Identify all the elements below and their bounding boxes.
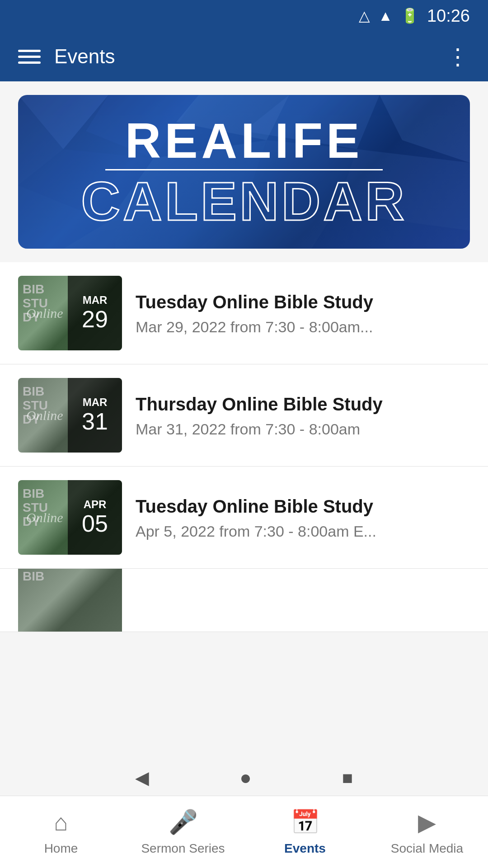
bottom-navigation: ⌂ Home 🎤 Sermon Series 📅 Events ▶ Social… xyxy=(0,796,488,868)
nav-label-events: Events xyxy=(284,841,326,856)
event-date-2: Mar 31, 2022 from 7:30 - 8:00am xyxy=(136,420,470,438)
thumb-day-1: 29 xyxy=(82,307,108,332)
system-navigation-bar: ◀ ● ■ xyxy=(0,760,488,796)
event-item-1[interactable]: BIBSTUDY Online MAR 29 Tuesday Online Bi… xyxy=(0,262,488,364)
nav-label-home: Home xyxy=(44,841,78,856)
nav-item-home[interactable]: ⌂ Home xyxy=(0,796,122,868)
thumb-month-1: MAR xyxy=(83,294,108,307)
event-info-2: Thursday Online Bible Study Mar 31, 2022… xyxy=(136,392,470,438)
social-nav-icon: ▶ xyxy=(418,809,436,836)
event-title-2: Thursday Online Bible Study xyxy=(136,392,470,416)
recents-button[interactable]: ■ xyxy=(342,768,353,788)
spacer xyxy=(0,632,488,750)
event-thumbnail-3: BIBSTUDY Online APR 05 xyxy=(18,480,122,555)
wifi-icon: △ xyxy=(359,7,370,24)
events-nav-icon: 📅 xyxy=(291,808,320,836)
home-nav-icon: ⌂ xyxy=(54,809,68,836)
status-icons: △ ▲ 🔋 10:26 xyxy=(359,6,470,26)
battery-icon: 🔋 xyxy=(401,7,419,24)
status-time: 10:26 xyxy=(427,6,470,26)
home-button[interactable]: ● xyxy=(239,766,252,789)
nav-item-sermon-series[interactable]: 🎤 Sermon Series xyxy=(122,796,244,868)
event-date-1: Mar 29, 2022 from 7:30 - 8:00am... xyxy=(136,318,470,336)
thumb-date-overlay-1: MAR 29 xyxy=(68,276,122,350)
banner-calendar: CALENDAR xyxy=(81,174,407,228)
hamburger-menu-button[interactable] xyxy=(18,50,41,64)
thumb-bg-4: BIB xyxy=(18,569,122,632)
event-title-1: Tuesday Online Bible Study xyxy=(136,290,470,314)
events-list: BIBSTUDY Online MAR 29 Tuesday Online Bi… xyxy=(0,262,488,632)
thumb-day-3: 05 xyxy=(82,511,108,537)
thumb-script-1: Online xyxy=(26,306,63,321)
nav-label-sermon: Sermon Series xyxy=(141,841,225,856)
signal-icon: ▲ xyxy=(378,8,393,24)
thumb-day-2: 31 xyxy=(82,409,108,434)
nav-item-social-media[interactable]: ▶ Social Media xyxy=(366,796,488,868)
event-info-1: Tuesday Online Bible Study Mar 29, 2022 … xyxy=(136,290,470,336)
status-bar: △ ▲ 🔋 10:26 xyxy=(0,0,488,32)
back-button[interactable]: ◀ xyxy=(135,767,149,788)
nav-item-events[interactable]: 📅 Events xyxy=(244,796,366,868)
event-thumbnail-2: BIBSTUDY Online MAR 31 xyxy=(18,378,122,453)
app-bar: Events ⋮ xyxy=(0,32,488,81)
thumb-bg-label-4: BIB xyxy=(23,570,44,584)
thumb-month-3: APR xyxy=(84,498,107,511)
event-item-2[interactable]: BIBSTUDY Online MAR 31 Thursday Online B… xyxy=(0,364,488,467)
banner-realife: REALIFE xyxy=(81,116,407,165)
thumb-month-2: MAR xyxy=(83,396,108,409)
banner-divider xyxy=(105,169,382,170)
thumb-script-3: Online xyxy=(26,510,63,525)
sermon-nav-icon: 🎤 xyxy=(169,808,198,836)
event-thumbnail-4: BIB xyxy=(18,569,122,632)
more-options-button[interactable]: ⋮ xyxy=(446,43,470,70)
event-item-4[interactable]: BIB xyxy=(0,569,488,632)
app-bar-left: Events xyxy=(18,45,115,68)
thumb-date-overlay-3: APR 05 xyxy=(68,480,122,555)
event-info-4 xyxy=(136,598,470,603)
thumb-date-overlay-2: MAR 31 xyxy=(68,378,122,453)
banner-text: REALIFE CALENDAR xyxy=(81,116,407,228)
event-title-3: Tuesday Online Bible Study xyxy=(136,495,470,518)
page-title: Events xyxy=(54,45,115,68)
event-thumbnail-1: BIBSTUDY Online MAR 29 xyxy=(18,276,122,350)
event-date-3: Apr 5, 2022 from 7:30 - 8:00am E... xyxy=(136,523,470,540)
nav-label-social: Social Media xyxy=(391,841,463,856)
banner: REALIFE CALENDAR xyxy=(18,95,470,249)
thumb-script-2: Online xyxy=(26,408,63,423)
event-info-3: Tuesday Online Bible Study Apr 5, 2022 f… xyxy=(136,495,470,540)
event-item-3[interactable]: BIBSTUDY Online APR 05 Tuesday Online Bi… xyxy=(0,467,488,569)
